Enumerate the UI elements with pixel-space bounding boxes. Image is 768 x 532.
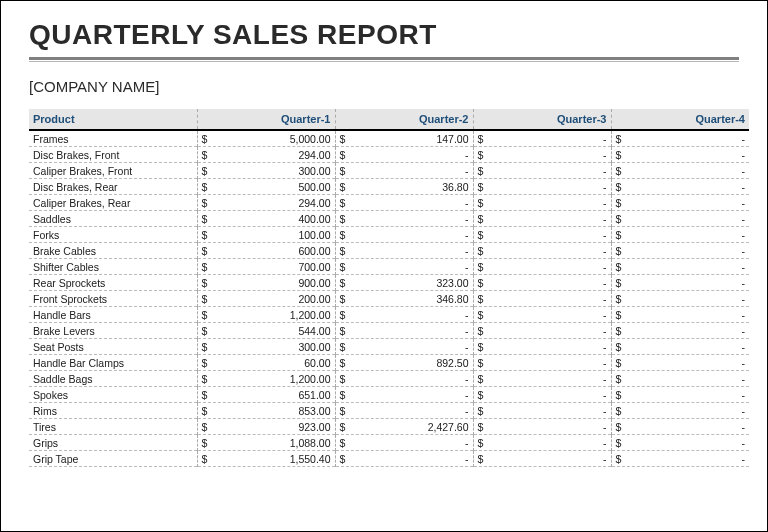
quarter-cell: $-: [335, 339, 473, 355]
quarter-cell: $853.00: [197, 403, 335, 419]
quarter-cell: $346.80: [335, 291, 473, 307]
cell-value: 1,200.00: [207, 309, 330, 321]
quarter-cell: $-: [611, 243, 749, 259]
quarter-cell: $-: [335, 403, 473, 419]
quarter-cell: $300.00: [197, 339, 335, 355]
cell-value: 600.00: [207, 245, 330, 257]
cell-value: -: [483, 357, 606, 369]
cell-value: 300.00: [207, 165, 330, 177]
table-header-row: Product Quarter-1 Quarter-2 Quarter-3 Qu…: [29, 109, 749, 130]
quarter-cell: $-: [335, 211, 473, 227]
quarter-cell: $-: [473, 419, 611, 435]
cell-value: -: [483, 405, 606, 417]
cell-value: 892.50: [345, 357, 468, 369]
cell-value: -: [345, 309, 468, 321]
cell-value: -: [621, 149, 745, 161]
cell-value: 853.00: [207, 405, 330, 417]
col-product: Product: [29, 109, 197, 130]
cell-value: -: [483, 325, 606, 337]
cell-value: 294.00: [207, 197, 330, 209]
quarter-cell: $-: [473, 243, 611, 259]
quarter-cell: $-: [335, 163, 473, 179]
quarter-cell: $147.00: [335, 130, 473, 147]
col-q2: Quarter-2: [335, 109, 473, 130]
quarter-cell: $-: [335, 451, 473, 467]
title-rule-thin: [29, 61, 739, 62]
cell-value: -: [621, 165, 745, 177]
quarter-cell: $-: [611, 307, 749, 323]
quarter-cell: $-: [473, 259, 611, 275]
cell-value: -: [621, 197, 745, 209]
quarter-cell: $-: [473, 130, 611, 147]
table-row: Front Sprockets$200.00$346.80$-$-: [29, 291, 749, 307]
cell-value: 36.80: [345, 181, 468, 193]
cell-value: -: [621, 373, 745, 385]
cell-value: -: [483, 421, 606, 433]
table-row: Tires$923.00$2,427.60$-$-: [29, 419, 749, 435]
cell-value: -: [483, 309, 606, 321]
cell-value: -: [483, 293, 606, 305]
quarter-cell: $600.00: [197, 243, 335, 259]
table-row: Rear Sprockets$900.00$323.00$-$-: [29, 275, 749, 291]
cell-value: 500.00: [207, 181, 330, 193]
cell-value: -: [621, 341, 745, 353]
cell-value: -: [483, 165, 606, 177]
quarter-cell: $2,427.60: [335, 419, 473, 435]
product-cell: Disc Brakes, Rear: [29, 179, 197, 195]
cell-value: -: [483, 213, 606, 225]
product-cell: Brake Levers: [29, 323, 197, 339]
cell-value: -: [483, 245, 606, 257]
product-cell: Frames: [29, 130, 197, 147]
quarter-cell: $-: [611, 147, 749, 163]
quarter-cell: $-: [611, 179, 749, 195]
quarter-cell: $-: [335, 147, 473, 163]
cell-value: 147.00: [345, 133, 468, 145]
quarter-cell: $-: [335, 259, 473, 275]
quarter-cell: $-: [611, 403, 749, 419]
cell-value: -: [483, 277, 606, 289]
quarter-cell: $-: [473, 451, 611, 467]
table-row: Caliper Brakes, Rear$294.00$-$-$-: [29, 195, 749, 211]
cell-value: -: [345, 389, 468, 401]
cell-value: -: [345, 261, 468, 273]
cell-value: -: [483, 373, 606, 385]
cell-value: -: [621, 389, 745, 401]
quarter-cell: $-: [611, 419, 749, 435]
cell-value: 60.00: [207, 357, 330, 369]
cell-value: 400.00: [207, 213, 330, 225]
table-row: Forks$100.00$-$-$-: [29, 227, 749, 243]
quarter-cell: $400.00: [197, 211, 335, 227]
cell-value: -: [621, 293, 745, 305]
product-cell: Saddles: [29, 211, 197, 227]
cell-value: -: [621, 405, 745, 417]
cell-value: -: [621, 229, 745, 241]
quarter-cell: $-: [473, 435, 611, 451]
quarter-cell: $-: [473, 163, 611, 179]
quarter-cell: $-: [473, 179, 611, 195]
product-cell: Grip Tape: [29, 451, 197, 467]
quarter-cell: $1,200.00: [197, 371, 335, 387]
cell-value: 2,427.60: [345, 421, 468, 433]
cell-value: 1,088.00: [207, 437, 330, 449]
cell-value: -: [483, 229, 606, 241]
quarter-cell: $-: [335, 243, 473, 259]
quarter-cell: $-: [335, 387, 473, 403]
quarter-cell: $900.00: [197, 275, 335, 291]
cell-value: -: [345, 325, 468, 337]
product-cell: Tires: [29, 419, 197, 435]
quarter-cell: $-: [473, 403, 611, 419]
quarter-cell: $-: [473, 387, 611, 403]
cell-value: -: [483, 133, 606, 145]
table-row: Handle Bars$1,200.00$-$-$-: [29, 307, 749, 323]
cell-value: 200.00: [207, 293, 330, 305]
quarter-cell: $-: [611, 163, 749, 179]
quarter-cell: $-: [335, 323, 473, 339]
cell-value: 700.00: [207, 261, 330, 273]
product-cell: Handle Bar Clamps: [29, 355, 197, 371]
table-row: Frames$5,000.00$147.00$-$-: [29, 130, 749, 147]
quarter-cell: $36.80: [335, 179, 473, 195]
quarter-cell: $-: [611, 130, 749, 147]
quarter-cell: $-: [611, 195, 749, 211]
cell-value: -: [621, 277, 745, 289]
product-cell: Seat Posts: [29, 339, 197, 355]
